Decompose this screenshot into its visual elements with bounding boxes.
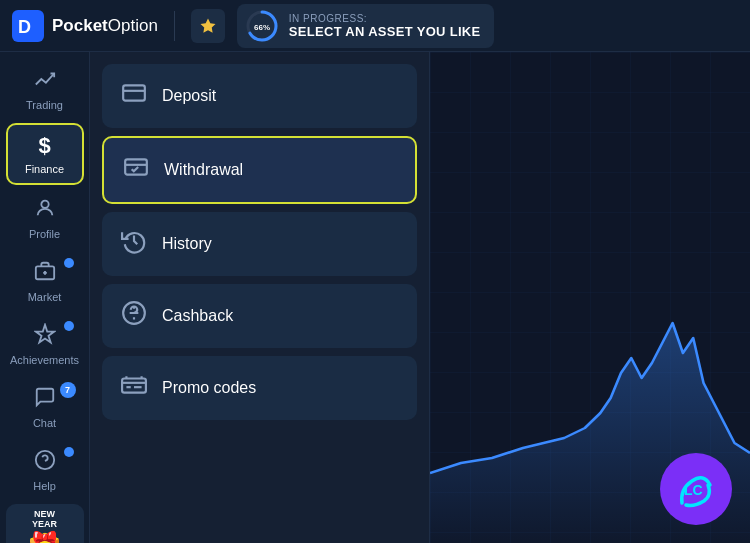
submenu-item-cashback-label: Cashback <box>162 307 233 325</box>
submenu-item-withdrawal-label: Withdrawal <box>164 161 243 179</box>
submenu-item-deposit[interactable]: Deposit <box>102 64 417 128</box>
trading-icon <box>34 68 56 95</box>
submenu-item-withdrawal[interactable]: Withdrawal <box>102 136 417 204</box>
submenu-item-promo-codes-label: Promo codes <box>162 379 256 397</box>
finance-icon: $ <box>38 133 50 159</box>
progress-circle: 66% <box>245 9 279 43</box>
svg-point-6 <box>41 201 48 208</box>
svg-marker-2 <box>200 18 215 32</box>
promo-codes-icon <box>120 372 148 404</box>
favorites-button[interactable] <box>191 9 225 43</box>
finance-submenu: Deposit Withdrawal History <box>90 52 430 543</box>
achievements-icon <box>34 323 56 350</box>
sidebar-item-trading-label: Trading <box>26 99 63 111</box>
svg-text:66%: 66% <box>254 23 270 32</box>
sidebar-item-profile-label: Profile <box>29 228 60 240</box>
lc-logo-icon: LC <box>672 465 720 513</box>
chat-icon <box>34 386 56 413</box>
sidebar-item-chat[interactable]: 7 Chat <box>6 378 84 437</box>
deposit-icon <box>120 80 148 112</box>
submenu-item-history[interactable]: History <box>102 212 417 276</box>
svg-rect-12 <box>123 85 145 100</box>
help-badge <box>64 447 74 457</box>
submenu-item-cashback[interactable]: Cashback <box>102 284 417 348</box>
sidebar-item-market-label: Market <box>28 291 62 303</box>
help-icon <box>34 449 56 476</box>
chat-badge: 7 <box>60 382 76 398</box>
sidebar-item-finance-label: Finance <box>25 163 64 175</box>
sidebar-item-market[interactable]: Market <box>6 252 84 311</box>
sidebar-item-achievements[interactable]: Achievements <box>6 315 84 374</box>
achievements-badge <box>64 321 74 331</box>
submenu-item-deposit-label: Deposit <box>162 87 216 105</box>
svg-rect-17 <box>122 379 146 393</box>
history-icon <box>120 228 148 260</box>
sidebar-item-help-label: Help <box>33 480 56 492</box>
new-year-button[interactable]: NEWYEAR 🎁 <box>6 504 84 543</box>
svg-text:D: D <box>18 17 31 37</box>
market-badge <box>64 258 74 268</box>
lc-logo: LC <box>660 453 732 525</box>
sidebar-item-achievements-label: Achievements <box>10 354 79 366</box>
body: Trading $ Finance Profile <box>0 52 750 543</box>
progress-pill[interactable]: 66% In progress: SELECT AN ASSET YOU LIK… <box>237 4 495 48</box>
submenu-item-history-label: History <box>162 235 212 253</box>
sidebar-item-finance[interactable]: $ Finance <box>6 123 84 185</box>
withdrawal-icon <box>122 154 150 186</box>
topbar-divider <box>174 11 175 41</box>
cashback-icon <box>120 300 148 332</box>
progress-info: In progress: SELECT AN ASSET YOU LIKE <box>289 13 481 39</box>
sidebar-item-help[interactable]: Help <box>6 441 84 500</box>
profile-icon <box>34 197 56 224</box>
svg-text:LC: LC <box>684 482 703 498</box>
progress-label: In progress: <box>289 13 481 24</box>
sidebar-item-trading[interactable]: Trading <box>6 60 84 119</box>
sidebar-item-profile[interactable]: Profile <box>6 189 84 248</box>
new-year-label: NEWYEAR <box>32 510 57 530</box>
chart-area: LC <box>430 52 750 543</box>
svg-rect-14 <box>125 159 147 174</box>
logo: D PocketOption <box>12 10 158 42</box>
progress-cta: SELECT AN ASSET YOU LIKE <box>289 24 481 39</box>
sidebar: Trading $ Finance Profile <box>0 52 90 543</box>
logo-text: PocketOption <box>52 16 158 36</box>
submenu-item-promo-codes[interactable]: Promo codes <box>102 356 417 420</box>
sidebar-item-chat-label: Chat <box>33 417 56 429</box>
topbar: D PocketOption 66% In progress: SELECT A… <box>0 0 750 52</box>
pocket-option-logo-icon: D <box>12 10 44 42</box>
star-icon <box>199 17 217 35</box>
gift-icon: 🎁 <box>27 530 62 543</box>
market-icon <box>34 260 56 287</box>
